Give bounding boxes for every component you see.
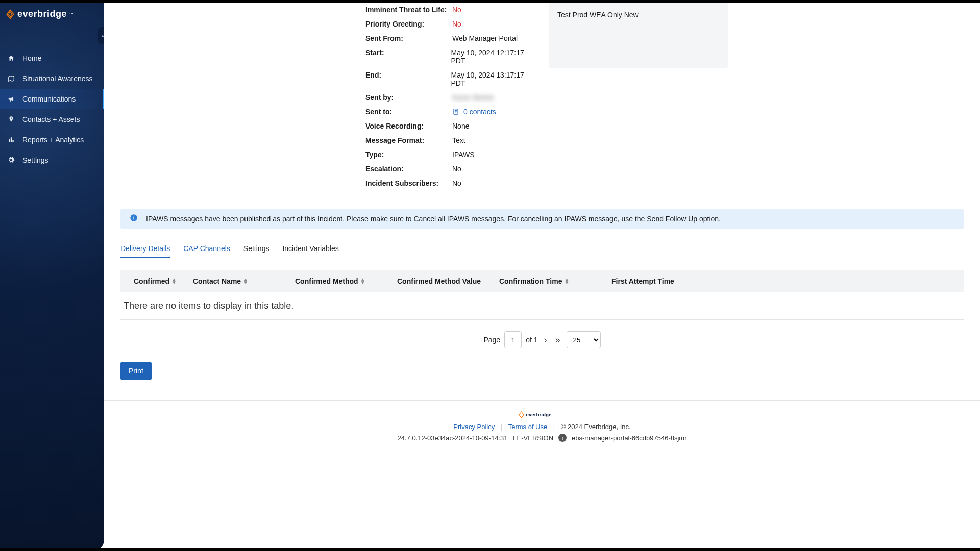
nav-list: Home Situational Awareness Communication… bbox=[0, 48, 104, 170]
sort-icon: ▲▼ bbox=[243, 278, 248, 284]
detail-value: No bbox=[452, 165, 461, 173]
sort-icon: ▲▼ bbox=[172, 278, 177, 284]
detail-label: Type: bbox=[365, 151, 452, 159]
detail-value: May 10, 2024 13:17:17 PDT bbox=[451, 71, 539, 87]
nav-label: Reports + Analytics bbox=[22, 136, 84, 144]
th-first-attempt-time: First Attempt Time bbox=[605, 270, 964, 292]
tab-delivery-details[interactable]: Delivery Details bbox=[120, 240, 170, 258]
info-icon[interactable]: i bbox=[558, 434, 567, 442]
chart-icon bbox=[7, 136, 15, 143]
detail-label: Incident Subscribers: bbox=[365, 179, 452, 187]
detail-value: No bbox=[452, 6, 461, 14]
th-confirmed[interactable]: Confirmed▲▼ bbox=[120, 270, 187, 292]
tab-incident-variables[interactable]: Incident Variables bbox=[282, 240, 338, 258]
pager-page-input[interactable] bbox=[504, 331, 522, 348]
side-card-text: Test Prod WEA Only New bbox=[557, 10, 720, 20]
sort-icon: ▲▼ bbox=[564, 278, 569, 284]
nav-label: Situational Awareness bbox=[22, 74, 93, 83]
detail-label: Priority Greeting: bbox=[365, 20, 452, 28]
sort-icon: ▲▼ bbox=[360, 278, 365, 284]
footer-privacy-link[interactable]: Privacy Policy bbox=[453, 423, 495, 431]
info-banner-text: IPAWS messages have been published as pa… bbox=[146, 215, 721, 223]
pager: Page of 1 › » 25 bbox=[104, 331, 980, 348]
th-confirmation-time[interactable]: Confirmation Time▲▼ bbox=[493, 270, 605, 292]
svg-rect-3 bbox=[133, 216, 134, 216]
th-confirmed-method[interactable]: Confirmed Method▲▼ bbox=[289, 270, 391, 292]
detail-label: End: bbox=[365, 71, 451, 87]
detail-label: Voice Recording: bbox=[365, 122, 452, 130]
main-pane: Imminent Threat to Life:No Priority Gree… bbox=[104, 3, 980, 548]
th-contact-name[interactable]: Contact Name▲▼ bbox=[187, 270, 289, 292]
tab-cap-channels[interactable]: CAP Channels bbox=[183, 240, 230, 258]
nav-label: Contacts + Assets bbox=[22, 115, 80, 123]
brand-text: everbridge bbox=[17, 9, 67, 19]
detail-value: Text bbox=[452, 136, 465, 144]
gear-icon bbox=[7, 157, 15, 164]
nav-label: Communications bbox=[22, 95, 76, 103]
detail-area: Imminent Threat to Life:No Priority Gree… bbox=[104, 3, 980, 190]
svg-text:everbridge: everbridge bbox=[526, 412, 552, 417]
detail-label: Escalation: bbox=[365, 165, 452, 173]
pager-page-size-select[interactable]: 25 bbox=[567, 331, 601, 348]
info-banner: IPAWS messages have been published as pa… bbox=[120, 209, 964, 229]
footer-host: ebs-manager-portal-66cdb97546-8sjmr bbox=[572, 434, 687, 442]
detail-value-sent-by: Karen Barker bbox=[452, 93, 494, 102]
nav-situational-awareness[interactable]: Situational Awareness bbox=[0, 68, 104, 89]
detail-value: May 10, 2024 12:17:17 PDT bbox=[451, 48, 539, 65]
download-icon bbox=[452, 108, 459, 116]
footer-logo: everbridge bbox=[519, 410, 565, 419]
detail-value: No bbox=[452, 179, 461, 187]
detail-value: Web Manager Portal bbox=[452, 34, 518, 42]
sent-to-link[interactable]: 0 contacts bbox=[452, 108, 496, 116]
footer-terms-link[interactable]: Terms of Use bbox=[508, 423, 548, 431]
pager-last-button[interactable]: » bbox=[553, 335, 562, 345]
home-icon bbox=[7, 55, 15, 62]
brand-tm: ™ bbox=[69, 12, 74, 17]
nav-label: Home bbox=[22, 54, 41, 62]
sent-to-text: 0 contacts bbox=[463, 108, 496, 116]
brand-icon bbox=[5, 9, 15, 19]
detail-label: Message Format: bbox=[365, 136, 452, 144]
sidebar: everbridge ™ « Home Situational Awarenes… bbox=[0, 3, 104, 551]
pager-page-label: Page bbox=[483, 336, 500, 344]
footer-fe-label: FE-VERSION bbox=[513, 434, 553, 442]
detail-value: None bbox=[452, 122, 469, 130]
th-confirmed-method-value: Confirmed Method Value bbox=[391, 270, 493, 292]
footer-copyright: © 2024 Everbridge, Inc. bbox=[561, 423, 631, 431]
footer-build: 24.7.0.12-03e34ac-2024-10-09-14:31 bbox=[397, 434, 507, 442]
nav-reports-analytics[interactable]: Reports + Analytics bbox=[0, 130, 104, 150]
megaphone-icon bbox=[7, 95, 15, 103]
detail-label: Sent to: bbox=[365, 108, 452, 116]
svg-rect-2 bbox=[133, 217, 134, 220]
nav-label: Settings bbox=[22, 156, 48, 164]
side-info-card: Test Prod WEA Only New bbox=[549, 3, 728, 68]
delivery-table: Confirmed▲▼ Contact Name▲▼ Confirmed Met… bbox=[120, 270, 964, 320]
map-icon bbox=[7, 75, 15, 82]
nav-contacts-assets[interactable]: Contacts + Assets bbox=[0, 109, 104, 130]
detail-value: No bbox=[452, 20, 461, 28]
detail-label: Sent by: bbox=[365, 93, 452, 102]
pager-of-label: of 1 bbox=[526, 336, 537, 344]
pin-icon bbox=[7, 116, 15, 123]
detail-label: Imminent Threat to Life: bbox=[365, 6, 452, 14]
print-button[interactable]: Print bbox=[120, 362, 152, 380]
nav-home[interactable]: Home bbox=[0, 48, 104, 68]
nav-communications[interactable]: Communications bbox=[0, 89, 104, 109]
tab-settings[interactable]: Settings bbox=[243, 240, 270, 258]
detail-list: Imminent Threat to Life:No Priority Gree… bbox=[365, 3, 539, 190]
detail-value: IPAWS bbox=[452, 151, 475, 159]
nav-settings[interactable]: Settings bbox=[0, 150, 104, 170]
table-header-row: Confirmed▲▼ Contact Name▲▼ Confirmed Met… bbox=[120, 270, 964, 292]
info-icon bbox=[130, 214, 138, 224]
tabs: Delivery Details CAP Channels Settings I… bbox=[120, 240, 964, 258]
detail-label: Start: bbox=[365, 48, 451, 65]
pager-next-button[interactable]: › bbox=[542, 335, 549, 345]
brand-logo: everbridge ™ bbox=[0, 3, 104, 30]
table-empty-message: There are no items to display in this ta… bbox=[120, 292, 964, 320]
footer: everbridge Privacy Policy | Terms of Use… bbox=[104, 400, 980, 447]
detail-label: Sent From: bbox=[365, 34, 452, 42]
